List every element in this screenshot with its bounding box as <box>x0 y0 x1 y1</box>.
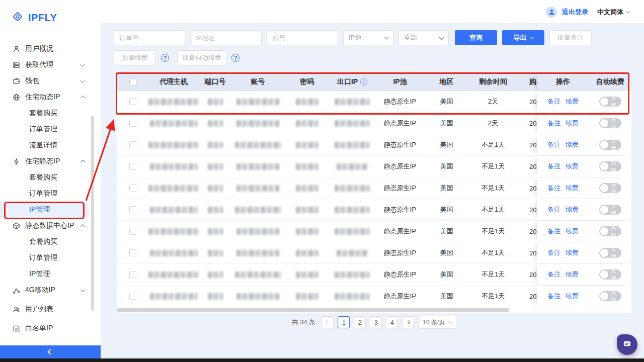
pagination-page-1[interactable]: 1 <box>338 316 350 328</box>
remark-link[interactable]: 备注 <box>547 119 560 128</box>
renew-link[interactable]: 续费 <box>566 162 579 171</box>
auto-renew-toggle[interactable]: 关闭 <box>599 269 621 280</box>
chat-launcher-button[interactable] <box>617 334 637 355</box>
cell-region: 美国 <box>425 286 468 307</box>
row-checkbox[interactable] <box>129 249 136 256</box>
auto-renew-toggle[interactable]: 关闭 <box>599 205 621 215</box>
info-circle-icon[interactable]: i <box>360 78 367 85</box>
sidebar-item-9[interactable]: 订单管理 <box>0 186 101 202</box>
export-button[interactable]: 导出 <box>502 30 544 45</box>
renew-link[interactable]: 续费 <box>566 119 579 128</box>
batch-auto-renew-button[interactable]: 批量自动续费 <box>177 50 226 65</box>
remark-link[interactable]: 备注 <box>547 292 560 301</box>
row-checkbox[interactable] <box>129 163 136 170</box>
blurred-exit-ip <box>335 142 370 148</box>
sidebar-item-11[interactable]: 静态数据中心IP <box>0 218 101 234</box>
row-checkbox[interactable] <box>129 228 136 235</box>
sidebar-item-label: 4G移动IP <box>25 286 55 295</box>
sidebar-item-12[interactable]: 套餐购买 <box>0 234 101 250</box>
remark-link[interactable]: 备注 <box>547 184 560 193</box>
row-checkbox[interactable] <box>129 141 136 148</box>
row-checkbox[interactable] <box>129 98 136 105</box>
remark-link[interactable]: 备注 <box>547 248 560 257</box>
remark-link[interactable]: 备注 <box>547 227 560 236</box>
blurred-password <box>296 185 318 192</box>
batch-remark-button[interactable]: 批量备注 <box>549 30 592 45</box>
renew-link[interactable]: 续费 <box>566 292 579 301</box>
pagination-prev-button[interactable] <box>321 316 334 328</box>
sidebar-item-15[interactable]: 4G移动IP <box>0 282 101 298</box>
sidebar-item-17[interactable]: 白名单IP <box>0 320 101 336</box>
remark-link[interactable]: 备注 <box>547 205 560 214</box>
page-size-select[interactable]: 10 条/页 <box>418 316 456 329</box>
horizontal-scrollbar-thumb[interactable] <box>117 308 509 312</box>
auto-renew-toggle[interactable]: 关闭 <box>599 140 621 150</box>
account-input[interactable] <box>267 30 338 45</box>
ip-pool-select[interactable]: IP池 <box>343 30 393 45</box>
remark-link[interactable]: 备注 <box>547 97 560 106</box>
table-row: 静态原生IP 美国 不足1天 2025-03 备注 续费 关闭 <box>117 286 631 307</box>
renew-link[interactable]: 续费 <box>566 248 579 257</box>
language-selector[interactable]: 中文简体 <box>597 8 630 17</box>
row-checkbox[interactable] <box>129 185 136 192</box>
batch-renew-button[interactable]: 批量续费 <box>114 50 156 65</box>
auto-renew-toggle[interactable]: 关闭 <box>599 161 621 171</box>
pagination-page-4[interactable]: 4 <box>386 316 398 328</box>
renew-link[interactable]: 续费 <box>566 184 579 193</box>
row-checkbox[interactable] <box>129 271 136 278</box>
auto-renew-toggle[interactable]: 关闭 <box>599 226 621 236</box>
server-icon <box>12 61 20 69</box>
sidebar-item-14[interactable]: IP管理 <box>0 266 101 282</box>
sidebar-item-13[interactable]: 订单管理 <box>0 250 101 266</box>
export-label: 导出 <box>514 33 527 42</box>
sidebar-item-6[interactable]: 流量详情 <box>0 137 101 153</box>
query-button[interactable]: 查询 <box>455 30 497 45</box>
sidebar-item-ip-management-active[interactable]: IP管理 <box>0 202 89 218</box>
sidebar-item-2[interactable]: 钱包 <box>0 73 101 89</box>
sidebar-item-5[interactable]: 订单管理 <box>0 121 101 137</box>
cell-ip-pool: 静态原生IP <box>375 199 425 220</box>
pagination-page-3[interactable]: 3 <box>370 316 382 328</box>
chevron-left-icon <box>47 349 53 354</box>
sidebar-item-7[interactable]: 住宅静态IP <box>0 153 101 169</box>
row-checkbox[interactable] <box>129 293 136 300</box>
auto-renew-toggle[interactable]: 关闭 <box>599 183 621 193</box>
row-checkbox[interactable] <box>129 120 136 127</box>
renew-link[interactable]: 续费 <box>566 97 579 106</box>
renew-link[interactable]: 续费 <box>566 140 579 149</box>
blurred-password <box>296 99 318 105</box>
sidebar-collapse-button[interactable] <box>0 345 101 358</box>
sidebar-scrollbar[interactable] <box>91 116 94 311</box>
sidebar-item-4[interactable]: 套餐购买 <box>0 105 101 121</box>
auto-renew-toggle[interactable]: 关闭 <box>599 118 621 128</box>
auto-renew-toggle[interactable]: 关闭 <box>599 97 621 107</box>
select-all-checkbox[interactable] <box>129 78 136 85</box>
sidebar-item-16[interactable]: 用户列表 <box>0 301 101 317</box>
renew-link[interactable]: 续费 <box>566 270 579 279</box>
status-select[interactable]: 全部 <box>398 30 449 45</box>
ip-address-input[interactable] <box>190 30 262 45</box>
auto-renew-toggle[interactable]: 关闭 <box>599 248 621 258</box>
renew-link[interactable]: 续费 <box>566 227 579 236</box>
order-number-input[interactable] <box>114 30 185 45</box>
chevron-up-icon <box>80 159 86 164</box>
pagination-page-2[interactable]: 2 <box>354 316 366 328</box>
renew-link[interactable]: 续费 <box>566 205 579 214</box>
auto-renew-toggle[interactable]: 关闭 <box>599 291 621 301</box>
blurred-account <box>235 142 281 148</box>
sidebar-item-3[interactable]: 住宅动态IP <box>0 89 101 105</box>
sidebar-item-8[interactable]: 套餐购买 <box>0 169 101 186</box>
remark-link[interactable]: 备注 <box>547 140 560 149</box>
sidebar-item-0[interactable]: 用户概况 <box>0 41 101 57</box>
row-checkbox[interactable] <box>129 206 136 213</box>
logout-button[interactable]: 退出登录 <box>562 8 588 17</box>
question-circle-icon[interactable]: ? <box>161 54 169 62</box>
sidebar-item-1[interactable]: 获取代理 <box>0 57 101 73</box>
question-circle-icon[interactable]: ? <box>231 54 239 62</box>
remark-link[interactable]: 备注 <box>547 162 560 171</box>
pagination-next-button[interactable] <box>402 316 414 328</box>
table-header-row: 代理主机 端口号 账号 密码 出口IP i IP池 地区 剩余时间 购买 操作 … <box>117 73 631 91</box>
remark-link[interactable]: 备注 <box>547 270 560 279</box>
col-header-host: 代理主机 <box>148 73 199 91</box>
cell-ip-pool: 静态原生IP <box>375 242 425 263</box>
